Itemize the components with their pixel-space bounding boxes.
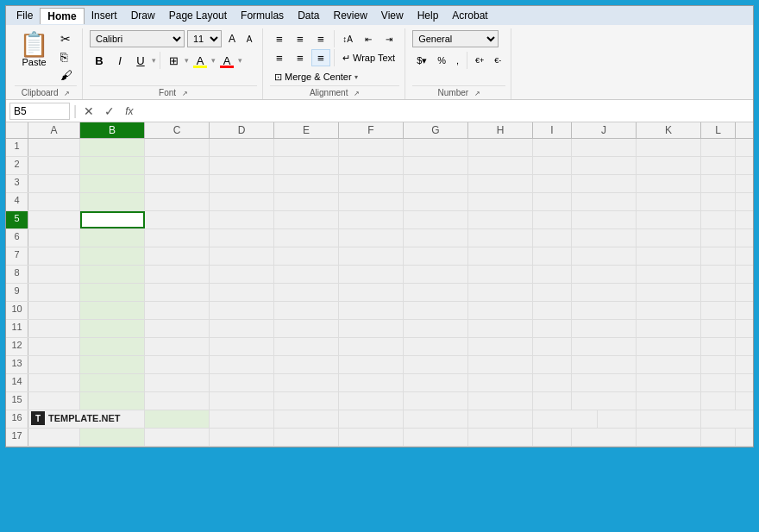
cell-A2[interactable] <box>28 157 80 174</box>
cell-D8[interactable] <box>210 266 274 283</box>
cell-G4[interactable] <box>404 193 468 210</box>
row-header-2[interactable]: 2 <box>6 157 28 174</box>
cell-B9[interactable] <box>80 284 145 301</box>
cell-B13[interactable] <box>80 356 145 373</box>
merge-center-button[interactable]: ⊡ Merge & Center ▾ <box>270 68 362 85</box>
cell-J15[interactable] <box>572 392 637 410</box>
col-header-k[interactable]: K <box>637 122 701 138</box>
cell-C9[interactable] <box>145 284 210 301</box>
cell-F12[interactable] <box>339 338 404 355</box>
cell-G9[interactable] <box>404 284 468 301</box>
align-right-button[interactable]: ≡ <box>311 49 330 66</box>
cell-F15[interactable] <box>339 392 404 410</box>
paste-button[interactable]: 📋 Paste <box>15 30 53 70</box>
cell-D12[interactable] <box>210 338 274 355</box>
cell-H8[interactable] <box>468 266 533 283</box>
decimal-increase-button[interactable]: €+ <box>471 52 488 69</box>
cell-F2[interactable] <box>339 157 404 174</box>
cell-E8[interactable] <box>274 266 339 283</box>
cell-C16[interactable] <box>210 410 274 428</box>
cell-K13[interactable] <box>637 356 701 373</box>
cell-F8[interactable] <box>339 266 404 283</box>
cell-H16[interactable] <box>533 410 598 428</box>
cell-H13[interactable] <box>468 356 533 373</box>
cell-H12[interactable] <box>468 338 533 355</box>
cell-I17[interactable] <box>533 429 572 446</box>
cell-C8[interactable] <box>145 266 210 283</box>
cell-L6[interactable] <box>701 229 736 247</box>
cell-F14[interactable] <box>339 374 404 391</box>
cell-D4[interactable] <box>210 193 274 210</box>
cell-reference-input[interactable] <box>9 103 70 120</box>
cell-L11[interactable] <box>701 320 736 337</box>
cancel-formula-button[interactable]: ✕ <box>80 103 97 120</box>
cell-D5[interactable] <box>210 211 274 228</box>
cell-K7[interactable] <box>637 247 701 265</box>
col-header-g[interactable]: G <box>404 122 468 138</box>
underline-button[interactable]: U <box>131 51 150 70</box>
cell-I10[interactable] <box>533 302 572 319</box>
row-header-16[interactable]: 16 <box>6 410 28 428</box>
cell-C2[interactable] <box>145 157 210 174</box>
cell-I2[interactable] <box>533 157 572 174</box>
cell-H14[interactable] <box>468 374 533 391</box>
cell-E4[interactable] <box>274 193 339 210</box>
cell-C3[interactable] <box>145 175 210 192</box>
cell-A10[interactable] <box>28 302 80 319</box>
cell-F11[interactable] <box>339 320 404 337</box>
cell-E7[interactable] <box>274 247 339 265</box>
comma-button[interactable]: , <box>452 52 463 69</box>
cell-E12[interactable] <box>274 338 339 355</box>
menu-draw[interactable]: Draw <box>124 8 162 23</box>
cell-A17[interactable] <box>28 429 80 446</box>
cell-K2[interactable] <box>637 157 701 174</box>
font-expand-icon[interactable]: ↗ <box>182 90 188 97</box>
cell-J2[interactable] <box>572 157 637 174</box>
cell-F6[interactable] <box>339 229 404 247</box>
cell-I4[interactable] <box>533 193 572 210</box>
menu-page-layout[interactable]: Page Layout <box>162 8 234 23</box>
cell-J16[interactable] <box>637 410 701 428</box>
cell-B15[interactable] <box>80 392 145 410</box>
cell-E3[interactable] <box>274 175 339 192</box>
cell-D15[interactable] <box>210 392 274 410</box>
cell-G11[interactable] <box>404 320 468 337</box>
col-header-e[interactable]: E <box>274 122 339 138</box>
row-header-11[interactable]: 11 <box>6 320 28 337</box>
row-header-9[interactable]: 9 <box>6 284 28 301</box>
cell-H15[interactable] <box>468 392 533 410</box>
cell-F4[interactable] <box>339 193 404 210</box>
font-name-select[interactable]: Calibri <box>90 30 185 47</box>
cell-E1[interactable] <box>274 139 339 156</box>
cell-K9[interactable] <box>637 284 701 301</box>
cell-A13[interactable] <box>28 356 80 373</box>
cell-B17[interactable] <box>80 429 145 446</box>
cell-H5[interactable] <box>468 211 533 228</box>
currency-button[interactable]: $▾ <box>412 52 431 69</box>
cell-F10[interactable] <box>339 302 404 319</box>
confirm-formula-button[interactable]: ✓ <box>101 103 118 120</box>
cell-D9[interactable] <box>210 284 274 301</box>
cell-D6[interactable] <box>210 229 274 247</box>
cell-G17[interactable] <box>404 429 468 446</box>
cell-B1[interactable] <box>80 139 145 156</box>
col-header-l[interactable]: L <box>701 122 736 138</box>
fill-dropdown-arrow[interactable]: ▾ <box>211 56 216 65</box>
cell-A5[interactable] <box>28 211 80 228</box>
cell-G5[interactable] <box>404 211 468 228</box>
cell-C17[interactable] <box>145 429 210 446</box>
row-header-17[interactable]: 17 <box>6 429 28 446</box>
cell-L1[interactable] <box>701 139 736 156</box>
cell-G7[interactable] <box>404 247 468 265</box>
cell-B2[interactable] <box>80 157 145 174</box>
copy-button[interactable]: ⎘ <box>56 48 77 66</box>
cell-K15[interactable] <box>637 392 701 410</box>
indent-increase-button[interactable]: ⇥ <box>380 30 398 47</box>
menu-formulas[interactable]: Formulas <box>234 8 291 23</box>
cell-D1[interactable] <box>210 139 274 156</box>
cell-J9[interactable] <box>572 284 637 301</box>
cell-D3[interactable] <box>210 175 274 192</box>
cell-E16[interactable] <box>339 410 404 428</box>
cell-H11[interactable] <box>468 320 533 337</box>
row-header-4[interactable]: 4 <box>6 193 28 210</box>
